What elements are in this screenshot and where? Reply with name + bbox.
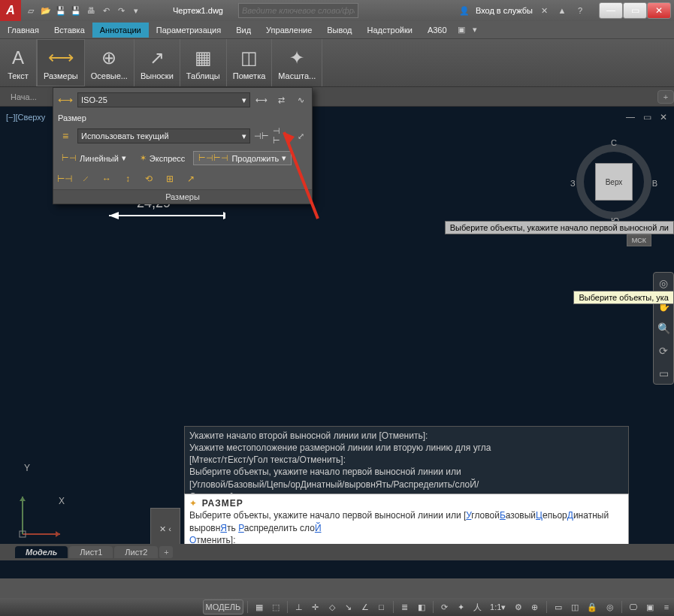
menu-more-icon[interactable]: ▾ <box>468 23 482 37</box>
otrack-icon[interactable]: ∠ <box>358 599 373 614</box>
window-maximize-button[interactable]: ▭ <box>623 2 647 19</box>
start-tab[interactable]: Нача... <box>0 89 47 104</box>
new-icon[interactable]: ▱ <box>24 4 38 17</box>
exchange-icon[interactable]: ✕ <box>537 4 551 17</box>
add-tab-button[interactable]: + <box>657 90 674 104</box>
workspace-icon[interactable]: ⚙ <box>511 599 526 614</box>
window-minimize-button[interactable]: — <box>599 2 623 19</box>
ortho-icon[interactable]: ⊥ <box>292 599 307 614</box>
menu-parametric[interactable]: Параметризация <box>149 23 228 38</box>
status-model-button[interactable]: МОДЕЛЬ <box>203 599 243 614</box>
dimension-pick-icon[interactable]: ⟷ <box>56 91 74 109</box>
orbit-icon[interactable]: ⟳ <box>656 343 671 358</box>
dim-tool-2-icon[interactable]: ⟋ <box>77 171 94 186</box>
menu-view[interactable]: Вид <box>228 23 258 38</box>
menu-annotate[interactable]: Аннотации <box>92 23 149 38</box>
ribbon-scale[interactable]: ✦ Масшта... <box>272 39 322 86</box>
osnap3d-icon[interactable]: □ <box>374 599 389 614</box>
iso-icon[interactable]: ◇ <box>325 599 340 614</box>
annomon-icon[interactable]: ⊕ <box>527 599 543 614</box>
annoscale-icon[interactable]: 人 <box>470 599 485 614</box>
menu-addins[interactable]: Надстройки <box>360 23 420 38</box>
command-line[interactable]: ✦ РАЗМЕР Выберите объекты, укажите начал… <box>184 494 629 550</box>
tab-layout2[interactable]: Лист2 <box>114 546 158 558</box>
dim-layer-combo[interactable]: Использовать текущий▾ <box>77 128 250 143</box>
cycling-icon[interactable]: ⟳ <box>437 599 452 614</box>
sign-in-link[interactable]: Вход в службы <box>476 6 533 15</box>
viewcube-east[interactable]: В <box>652 179 657 188</box>
saveas-icon[interactable]: 💾 <box>69 4 83 17</box>
transparency-icon[interactable]: ◧ <box>414 599 429 614</box>
lineweight-icon[interactable]: ≣ <box>397 599 413 614</box>
dim-space-icon[interactable]: ⊣ ⊢ <box>273 128 289 143</box>
showmotion-icon[interactable]: ▭ <box>656 366 671 381</box>
ribbon-markup[interactable]: ◫ Пометка <box>227 39 273 86</box>
search-input[interactable] <box>238 3 358 18</box>
help-icon[interactable]: ? <box>573 4 587 17</box>
coordinate-system-label[interactable]: МСК <box>627 234 651 246</box>
undo-icon[interactable]: ↶ <box>99 4 113 17</box>
clean-icon[interactable]: ▣ <box>642 599 657 614</box>
a360-icon[interactable]: ▲ <box>555 4 569 17</box>
viewcube-west[interactable]: З <box>570 179 576 188</box>
dim-tool-4-icon[interactable]: ↕ <box>119 171 136 186</box>
dim-inspect-icon[interactable]: ∿ <box>292 92 309 107</box>
viewcube-north[interactable]: С <box>611 138 617 147</box>
isolate-icon[interactable]: ◎ <box>603 599 618 614</box>
lock-icon[interactable]: 🔒 <box>584 599 601 614</box>
save-icon[interactable]: 💾 <box>54 4 68 17</box>
zoom-icon[interactable]: 🔍 <box>656 321 671 336</box>
dim-continue-button[interactable]: ⊢⊣⊢⊣Продолжить ▾ <box>193 151 292 165</box>
open-icon[interactable]: 📂 <box>39 4 53 17</box>
tab-layout1[interactable]: Лист1 <box>69 546 113 558</box>
qat-more-icon[interactable]: ▾ <box>129 4 143 17</box>
dim-tool-6-icon[interactable]: ⊞ <box>162 171 178 186</box>
print-icon[interactable]: 🖶 <box>84 4 98 17</box>
add-layout-button[interactable]: + <box>159 546 173 558</box>
dim-style-combo[interactable]: ISO-25▾ <box>77 92 250 107</box>
app-icon[interactable]: A <box>0 0 21 21</box>
dim-tool-3-icon[interactable]: ↔ <box>98 171 115 186</box>
ribbon-text[interactable]: A Текст <box>0 39 37 86</box>
dim-tool-7-icon[interactable]: ↗ <box>183 171 199 186</box>
scale-button[interactable]: 1:1 ▾ <box>487 599 509 614</box>
steering-wheel-icon[interactable]: ◎ <box>656 276 671 291</box>
viewcube-face[interactable]: Верх <box>595 163 633 201</box>
qp-icon[interactable]: ◫ <box>567 599 582 614</box>
tab-model[interactable]: Модель <box>15 546 68 558</box>
snap-icon[interactable]: ⬚ <box>268 599 283 614</box>
hardware-icon[interactable]: 🖵 <box>626 599 641 614</box>
ribbon-dimensions[interactable]: ⟷ Размеры <box>37 39 85 86</box>
dim-jog-icon[interactable]: ⤢ <box>292 128 309 143</box>
viewport-maximize-button[interactable]: ▭ <box>641 111 653 123</box>
viewcube[interactable]: Верх С В Ю З <box>569 137 659 227</box>
dim-express-button[interactable]: ✶Экспресс <box>134 151 191 165</box>
menu-focus-icon[interactable]: ▣ <box>455 23 468 37</box>
dim-update-icon[interactable]: ⟷ <box>253 92 270 107</box>
dim-break-icon[interactable]: ⊣⊢ <box>253 128 270 143</box>
viewport-close-button[interactable]: ✕ <box>657 111 669 123</box>
dim-tool-5-icon[interactable]: ⟲ <box>141 171 157 186</box>
menu-insert[interactable]: Вставка <box>47 23 92 38</box>
viewport-minimize-button[interactable]: — <box>624 111 636 123</box>
ribbon-centerlines[interactable]: ⊕ Осевые... <box>85 39 134 86</box>
menu-output[interactable]: Вывод <box>319 23 359 38</box>
dim-override-icon[interactable]: ⇄ <box>273 92 289 107</box>
polar-icon[interactable]: ✛ <box>308 599 323 614</box>
osnap-icon[interactable]: ↘ <box>341 599 356 614</box>
menu-manage[interactable]: Управление <box>258 23 319 38</box>
menu-a360[interactable]: A360 <box>420 23 455 38</box>
dim-linear-button[interactable]: ⊢⊣Линейный ▾ <box>56 151 131 165</box>
units-icon[interactable]: ▭ <box>551 599 566 614</box>
redo-icon[interactable]: ↷ <box>114 4 128 17</box>
customize-icon[interactable]: ≡ <box>659 599 674 614</box>
signin-icon[interactable]: 👤 <box>458 4 471 17</box>
annotation-icon[interactable]: ✦ <box>453 599 468 614</box>
grid-icon[interactable]: ▦ <box>252 599 267 614</box>
ribbon-leaders[interactable]: ↗ Выноски <box>134 39 180 86</box>
ribbon-tables[interactable]: ▦ Таблицы <box>180 39 227 86</box>
ucs-icon[interactable] <box>15 485 75 545</box>
window-close-button[interactable]: ✕ <box>647 2 671 19</box>
dim-tool-1-icon[interactable]: ⊢⊣ <box>56 171 73 186</box>
menu-home[interactable]: Главная <box>0 23 47 38</box>
